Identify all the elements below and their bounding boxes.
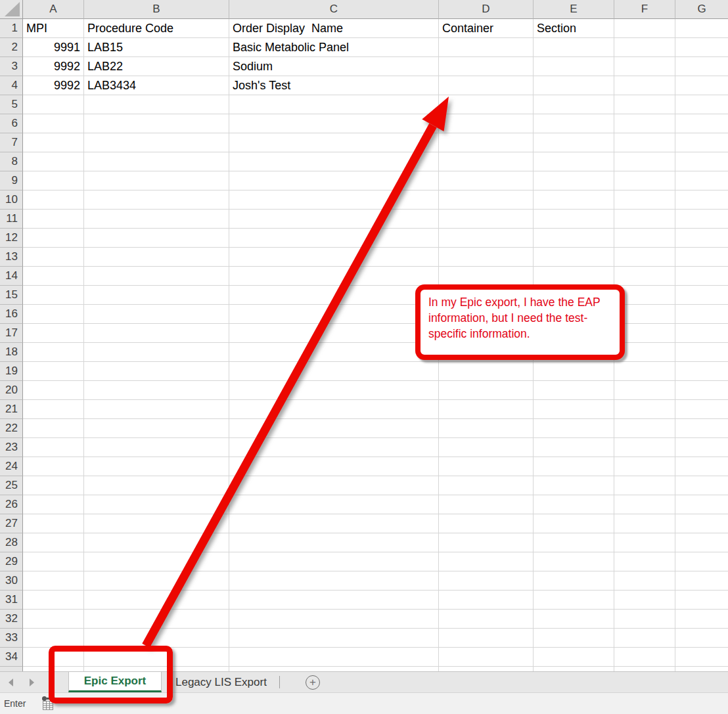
cell-C35[interactable] bbox=[229, 667, 439, 671]
cell-C8[interactable] bbox=[229, 152, 439, 171]
column-header-F[interactable]: F bbox=[614, 0, 675, 19]
macro-record-button[interactable] bbox=[40, 696, 56, 711]
tab-scroll-right-button[interactable] bbox=[21, 672, 42, 692]
cell-G29[interactable] bbox=[675, 552, 728, 571]
tab-scroll-left-button[interactable] bbox=[0, 672, 21, 692]
cell-C18[interactable] bbox=[229, 343, 439, 362]
cell-C23[interactable] bbox=[229, 438, 439, 457]
cell-B26[interactable] bbox=[84, 495, 229, 514]
column-header-E[interactable]: E bbox=[534, 0, 614, 19]
cell-E11[interactable] bbox=[534, 210, 614, 229]
cell-D7[interactable] bbox=[439, 133, 534, 152]
cell-B15[interactable] bbox=[84, 286, 229, 305]
cell-D34[interactable] bbox=[439, 648, 534, 667]
row-header-11[interactable]: 11 bbox=[0, 210, 23, 229]
cell-C26[interactable] bbox=[229, 495, 439, 514]
cell-F31[interactable] bbox=[614, 591, 675, 610]
cell-G26[interactable] bbox=[675, 495, 728, 514]
row-header-31[interactable]: 31 bbox=[0, 591, 23, 610]
cell-C11[interactable] bbox=[229, 210, 439, 229]
cell-A32[interactable] bbox=[23, 610, 84, 629]
cell-A3[interactable]: 9992 bbox=[23, 57, 84, 76]
cell-B14[interactable] bbox=[84, 267, 229, 286]
row-header-23[interactable]: 23 bbox=[0, 438, 23, 457]
cell-C32[interactable] bbox=[229, 610, 439, 629]
cell-E9[interactable] bbox=[534, 171, 614, 190]
row-header-10[interactable]: 10 bbox=[0, 190, 23, 210]
cell-A11[interactable] bbox=[23, 210, 84, 229]
cell-F23[interactable] bbox=[614, 438, 675, 457]
cell-B34[interactable] bbox=[84, 648, 229, 667]
cell-F21[interactable] bbox=[614, 400, 675, 419]
row-header-3[interactable]: 3 bbox=[0, 57, 23, 76]
cell-D5[interactable] bbox=[439, 95, 534, 114]
cell-G3[interactable] bbox=[675, 57, 728, 76]
row-header-28[interactable]: 28 bbox=[0, 533, 23, 552]
cell-A28[interactable] bbox=[23, 533, 84, 552]
cell-A26[interactable] bbox=[23, 495, 84, 514]
cell-A12[interactable] bbox=[23, 229, 84, 248]
column-header-C[interactable]: C bbox=[229, 0, 439, 19]
cell-A24[interactable] bbox=[23, 457, 84, 476]
cell-F30[interactable] bbox=[614, 571, 675, 591]
cell-B10[interactable] bbox=[84, 190, 229, 210]
cell-C15[interactable] bbox=[229, 286, 439, 305]
cell-F9[interactable] bbox=[614, 171, 675, 190]
cell-F22[interactable] bbox=[614, 419, 675, 438]
cell-C10[interactable] bbox=[229, 190, 439, 210]
cell-G14[interactable] bbox=[675, 267, 728, 286]
cell-G27[interactable] bbox=[675, 514, 728, 533]
row-header-29[interactable]: 29 bbox=[0, 552, 23, 571]
cell-A10[interactable] bbox=[23, 190, 84, 210]
cell-C22[interactable] bbox=[229, 419, 439, 438]
cell-B6[interactable] bbox=[84, 114, 229, 133]
row-header-17[interactable]: 17 bbox=[0, 324, 23, 343]
cell-G23[interactable] bbox=[675, 438, 728, 457]
cell-G22[interactable] bbox=[675, 419, 728, 438]
cell-G17[interactable] bbox=[675, 324, 728, 343]
cell-G24[interactable] bbox=[675, 457, 728, 476]
cell-A6[interactable] bbox=[23, 114, 84, 133]
cell-B5[interactable] bbox=[84, 95, 229, 114]
cell-F28[interactable] bbox=[614, 533, 675, 552]
row-header-1[interactable]: 1 bbox=[0, 19, 23, 38]
row-header-9[interactable]: 9 bbox=[0, 171, 23, 190]
cell-D3[interactable] bbox=[439, 57, 534, 76]
cell-A23[interactable] bbox=[23, 438, 84, 457]
cell-E7[interactable] bbox=[534, 133, 614, 152]
cell-A30[interactable] bbox=[23, 571, 84, 591]
cell-E8[interactable] bbox=[534, 152, 614, 171]
cell-C20[interactable] bbox=[229, 381, 439, 400]
cell-F5[interactable] bbox=[614, 95, 675, 114]
cell-B8[interactable] bbox=[84, 152, 229, 171]
cell-A17[interactable] bbox=[23, 324, 84, 343]
cell-E34[interactable] bbox=[534, 648, 614, 667]
cell-A1[interactable]: MPI bbox=[23, 19, 84, 38]
cell-G25[interactable] bbox=[675, 476, 728, 495]
row-header-18[interactable]: 18 bbox=[0, 343, 23, 362]
cell-B16[interactable] bbox=[84, 305, 229, 324]
cell-G4[interactable] bbox=[675, 76, 728, 95]
cell-G33[interactable] bbox=[675, 629, 728, 648]
cell-B25[interactable] bbox=[84, 476, 229, 495]
cell-C9[interactable] bbox=[229, 171, 439, 190]
cell-A33[interactable] bbox=[23, 629, 84, 648]
cell-D22[interactable] bbox=[439, 419, 534, 438]
row-header-13[interactable]: 13 bbox=[0, 248, 23, 267]
cell-B32[interactable] bbox=[84, 610, 229, 629]
cell-F13[interactable] bbox=[614, 248, 675, 267]
cell-F27[interactable] bbox=[614, 514, 675, 533]
cell-E30[interactable] bbox=[534, 571, 614, 591]
cell-A25[interactable] bbox=[23, 476, 84, 495]
cell-A19[interactable] bbox=[23, 362, 84, 381]
cell-D10[interactable] bbox=[439, 190, 534, 210]
column-header-G[interactable]: G bbox=[675, 0, 728, 19]
cell-C16[interactable] bbox=[229, 305, 439, 324]
cell-B33[interactable] bbox=[84, 629, 229, 648]
cell-E2[interactable] bbox=[534, 38, 614, 57]
cell-D4[interactable] bbox=[439, 76, 534, 95]
cell-B35[interactable] bbox=[84, 667, 229, 671]
cell-A18[interactable] bbox=[23, 343, 84, 362]
row-header-4[interactable]: 4 bbox=[0, 76, 23, 95]
cell-B18[interactable] bbox=[84, 343, 229, 362]
